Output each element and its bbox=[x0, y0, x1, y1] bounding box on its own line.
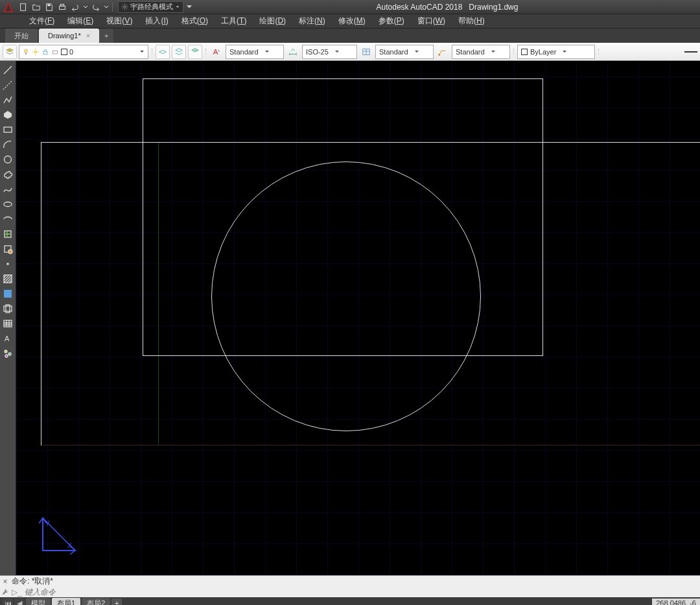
qat-open-icon[interactable] bbox=[30, 1, 42, 13]
svg-rect-21 bbox=[4, 290, 12, 298]
tab-model[interactable]: 模型 bbox=[26, 598, 51, 606]
menu-param[interactable]: 参数(P) bbox=[372, 16, 411, 27]
qat-separator bbox=[112, 3, 113, 12]
tab-layout1[interactable]: 布局1 bbox=[52, 598, 80, 606]
svg-rect-8 bbox=[43, 51, 47, 54]
text-style-icon: A bbox=[209, 45, 224, 59]
svg-point-14 bbox=[5, 156, 12, 163]
svg-point-7 bbox=[34, 50, 38, 53]
layout-tabs: ⏮ ◀ 模型 布局1 布局2 + 268.0486, -6 bbox=[0, 597, 700, 605]
menu-dim[interactable]: 标注(N) bbox=[292, 16, 332, 27]
tool-spline[interactable] bbox=[1, 182, 15, 196]
svg-point-26 bbox=[5, 350, 7, 353]
layer-prev-button[interactable] bbox=[172, 45, 186, 59]
menu-modify[interactable]: 修改(M) bbox=[332, 16, 372, 27]
tool-region[interactable] bbox=[1, 302, 15, 315]
qat-redo-icon[interactable] bbox=[90, 1, 102, 13]
lineweight-preview bbox=[684, 51, 697, 53]
multileader-style-dropdown[interactable]: Standard bbox=[452, 45, 510, 59]
tool-arc[interactable] bbox=[1, 137, 15, 151]
svg-point-28 bbox=[5, 355, 8, 357]
menu-help[interactable]: 帮助(H) bbox=[452, 16, 491, 27]
tab-new-button[interactable]: + bbox=[99, 29, 113, 43]
tool-hatch[interactable] bbox=[1, 272, 15, 285]
tool-insert-block[interactable] bbox=[1, 227, 15, 241]
tab-add-layout[interactable]: + bbox=[111, 599, 122, 605]
workspace-selector[interactable]: 宇路经典模式 bbox=[118, 1, 183, 13]
tool-line[interactable] bbox=[1, 63, 15, 77]
menu-insert[interactable]: 插入(I) bbox=[139, 16, 174, 27]
tool-polyline[interactable] bbox=[1, 93, 15, 106]
qat-save-icon[interactable] bbox=[43, 1, 55, 13]
ribbon-separator: ⋮ bbox=[512, 45, 515, 58]
menu-window[interactable]: 窗口(W) bbox=[411, 16, 452, 27]
layer-match-button[interactable] bbox=[188, 45, 202, 59]
tool-point[interactable] bbox=[1, 257, 15, 270]
lock-icon bbox=[41, 48, 49, 56]
text-style-dropdown[interactable]: Standard bbox=[226, 45, 284, 59]
layout-nav-first[interactable]: ⏮ bbox=[3, 599, 13, 605]
menu-format[interactable]: 格式(O) bbox=[175, 16, 215, 27]
svg-point-19 bbox=[6, 263, 9, 265]
tool-table[interactable] bbox=[1, 316, 15, 330]
status-coordinates: 268.0486, -6 bbox=[652, 599, 700, 605]
menu-draw[interactable]: 绘图(D) bbox=[253, 16, 292, 27]
tab-start[interactable]: 开始 bbox=[5, 29, 38, 43]
svg-rect-3 bbox=[60, 4, 64, 6]
drawing-canvas[interactable]: X Y bbox=[16, 61, 700, 575]
tool-construction-line[interactable] bbox=[1, 78, 15, 91]
tool-polygon[interactable] bbox=[1, 108, 15, 121]
menu-file[interactable]: 文件(F) bbox=[23, 16, 61, 27]
lightbulb-icon bbox=[22, 48, 30, 56]
ucs-icon: X Y bbox=[39, 514, 79, 556]
table-style-dropdown[interactable]: Standard bbox=[375, 45, 434, 59]
window-title: Autodesk AutoCAD 2018 Drawing1.dwg bbox=[194, 3, 700, 12]
tool-ellipse[interactable] bbox=[1, 197, 15, 211]
command-history: 命令: *取消* bbox=[12, 576, 700, 587]
tab-drawing1[interactable]: Drawing1* × bbox=[39, 29, 99, 43]
svg-rect-9 bbox=[52, 51, 58, 54]
layer-iso-button[interactable] bbox=[156, 45, 170, 59]
menu-tools[interactable]: 工具(T) bbox=[215, 16, 253, 27]
layer-dropdown[interactable]: 0 bbox=[19, 45, 148, 59]
document-tabs: 开始 Drawing1* × + bbox=[0, 29, 700, 43]
color-dropdown[interactable]: ByLayer bbox=[517, 45, 595, 59]
color-swatch bbox=[521, 49, 528, 55]
tab-close-icon[interactable]: × bbox=[86, 32, 90, 40]
multileader-style-icon bbox=[436, 45, 450, 59]
command-panel: × 命令: *取消* ▷_ bbox=[0, 575, 700, 597]
svg-rect-22 bbox=[4, 306, 12, 311]
menu-edit[interactable]: 编辑(E) bbox=[61, 16, 100, 27]
ribbon-separator: ⋮ bbox=[204, 45, 207, 58]
dim-style-dropdown[interactable]: ISO-25 bbox=[302, 45, 357, 59]
qat-undo-caret-icon[interactable] bbox=[82, 1, 89, 13]
tool-revision-cloud[interactable] bbox=[1, 167, 15, 181]
cmd-close-icon[interactable]: × bbox=[1, 577, 9, 586]
qat-overflow-caret-icon[interactable] bbox=[185, 1, 194, 13]
svg-point-12 bbox=[438, 54, 440, 56]
svg-rect-0 bbox=[21, 3, 26, 10]
tab-layout2[interactable]: 布局2 bbox=[82, 598, 110, 606]
svg-text:X: X bbox=[67, 542, 72, 549]
qat-new-icon[interactable] bbox=[18, 1, 29, 13]
chevron-down-icon bbox=[561, 49, 568, 55]
layer-properties-button[interactable] bbox=[3, 45, 17, 59]
layout-nav-prev[interactable]: ◀ bbox=[14, 599, 25, 606]
wrench-icon[interactable] bbox=[1, 588, 9, 596]
command-input[interactable] bbox=[25, 587, 700, 597]
tool-addselected[interactable] bbox=[1, 346, 15, 360]
tool-make-block[interactable] bbox=[1, 242, 15, 255]
qat-undo-icon[interactable] bbox=[69, 1, 81, 13]
qat-redo-caret-icon[interactable] bbox=[103, 1, 110, 13]
menu-view[interactable]: 视图(V) bbox=[100, 16, 139, 27]
tool-circle[interactable] bbox=[1, 152, 15, 166]
chevron-down-icon bbox=[334, 49, 340, 55]
tool-mtext[interactable]: A bbox=[1, 331, 15, 345]
tool-gradient[interactable] bbox=[1, 287, 15, 300]
drawn-circle[interactable] bbox=[211, 161, 481, 431]
tool-ellipse-arc[interactable] bbox=[1, 212, 15, 226]
chevron-down-icon bbox=[139, 48, 145, 56]
autocad-logo[interactable] bbox=[0, 0, 17, 14]
tool-rectangle[interactable] bbox=[1, 123, 15, 136]
qat-plot-icon[interactable] bbox=[56, 1, 68, 13]
